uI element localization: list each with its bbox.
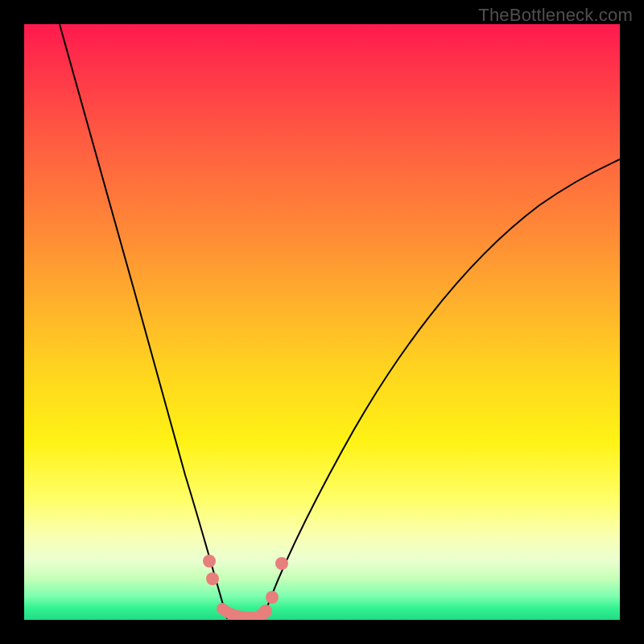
curves-layer <box>24 24 620 620</box>
trough-dot <box>266 591 279 604</box>
left-curve <box>60 24 227 618</box>
trough-dot <box>275 557 288 570</box>
right-curve <box>262 159 620 620</box>
trough-dot <box>203 555 216 568</box>
trough-dot-stroke <box>222 609 254 617</box>
trough-dot <box>259 605 272 617</box>
trough-dot <box>206 572 219 585</box>
plot-area <box>24 24 620 620</box>
chart-frame: TheBottleneck.com <box>0 0 644 644</box>
watermark-text: TheBottleneck.com <box>478 5 633 26</box>
